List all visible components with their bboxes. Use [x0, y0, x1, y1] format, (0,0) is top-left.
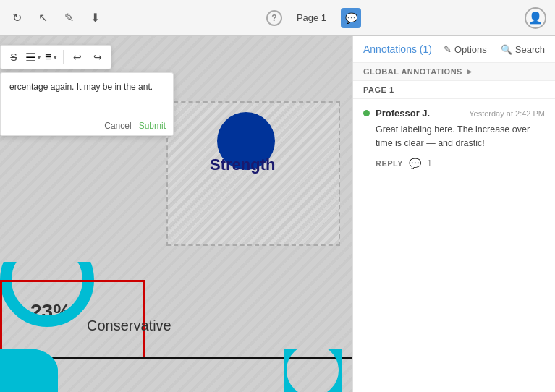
chat-button[interactable]: 💬 [341, 8, 361, 28]
options-button[interactable]: ✎ Options [444, 44, 487, 55]
list-icon: ☰ [25, 51, 35, 64]
annotation-toolbar: S ☰ ▼ ≡ ▼ ↩ ↪ [0, 45, 111, 69]
cyan-arc-right-circle [284, 349, 342, 392]
comment-body: Great labeling here. The increase over t… [376, 123, 545, 150]
submit-button[interactable]: Submit [139, 121, 166, 131]
global-annotations-section[interactable]: GLOBAL ANNOTATIONS ▶ [353, 63, 555, 81]
strikethrough-button[interactable]: S [5, 48, 22, 66]
comment-author-row: Professor J. Yesterday at 2:42 PM [363, 108, 545, 119]
canvas-area: S ☰ ▼ ≡ ▼ ↩ ↪ ercentage again. It may be… [0, 36, 352, 392]
reply-icon: 💬 [409, 158, 421, 169]
comment-timestamp: Yesterday at 2:42 PM [469, 109, 545, 118]
cyan-arc-right-graphic [284, 349, 342, 392]
page-label: Page 1 [297, 12, 326, 23]
cancel-button[interactable]: Cancel [104, 121, 131, 131]
undo-icon: ↩ [73, 51, 82, 63]
toolbar-center: ? Page 1 💬 [113, 8, 514, 28]
comment-actions: Cancel Submit [1, 116, 173, 135]
download-icon[interactable]: ⬇ [87, 10, 103, 26]
user-avatar-icon: 👤 [528, 11, 543, 25]
strikethrough-icon: S [10, 51, 17, 63]
right-panel: Annotations (1) ✎ Options 🔍 Search GLOBA… [352, 36, 555, 392]
ordered-list-dropdown[interactable]: ≡ ▼ [45, 51, 58, 64]
rotate-icon[interactable]: ↻ [9, 10, 25, 26]
undo-button[interactable]: ↩ [69, 48, 86, 66]
cyan-corner-graphic [0, 349, 58, 392]
page1-section: PAGE 1 [353, 81, 555, 99]
comment-reply-row: REPLY 💬 1 [376, 158, 545, 169]
annotations-title: Annotations (1) [363, 43, 432, 55]
list-arrow-icon: ▼ [36, 54, 42, 61]
cursor-icon[interactable]: ↖ [35, 10, 51, 26]
global-section-arrow-icon: ▶ [467, 68, 473, 75]
main-area: S ☰ ▼ ≡ ▼ ↩ ↪ ercentage again. It may be… [0, 36, 555, 392]
comment-edit-box: ercentage again. It may be in the ant. C… [0, 72, 174, 136]
comment-author: Professor J. [376, 108, 430, 119]
strength-label: Strength [210, 155, 275, 174]
conservative-label: Conservative [87, 318, 171, 334]
online-status-dot [363, 110, 370, 116]
user-button[interactable]: 👤 [525, 7, 546, 29]
panel-comment: Professor J. Yesterday at 2:42 PM Great … [353, 99, 555, 178]
annotations-header: Annotations (1) ✎ Options 🔍 Search [353, 36, 555, 63]
toolbar-divider [63, 50, 64, 64]
search-button[interactable]: 🔍 Search [501, 44, 545, 55]
reply-button[interactable]: REPLY [376, 159, 403, 168]
ordered-list-arrow-icon: ▼ [52, 54, 58, 61]
list-dropdown[interactable]: ☰ ▼ [25, 51, 42, 64]
redo-icon: ↪ [93, 51, 102, 63]
help-button[interactable]: ? [266, 10, 282, 26]
reply-count: 1 [427, 158, 432, 169]
pen-icon[interactable]: ✎ [61, 10, 77, 26]
redo-button[interactable]: ↪ [89, 48, 106, 66]
ordered-list-icon: ≡ [45, 51, 51, 64]
options-pen-icon: ✎ [444, 44, 452, 55]
search-icon: 🔍 [501, 44, 512, 55]
comment-text-area[interactable]: ercentage again. It may be in the ant. [1, 73, 173, 116]
top-toolbar: ↻ ↖ ✎ ⬇ ? Page 1 💬 👤 [0, 0, 555, 36]
toolbar-right: 👤 [525, 7, 546, 29]
chat-icon: 💬 [345, 12, 357, 24]
